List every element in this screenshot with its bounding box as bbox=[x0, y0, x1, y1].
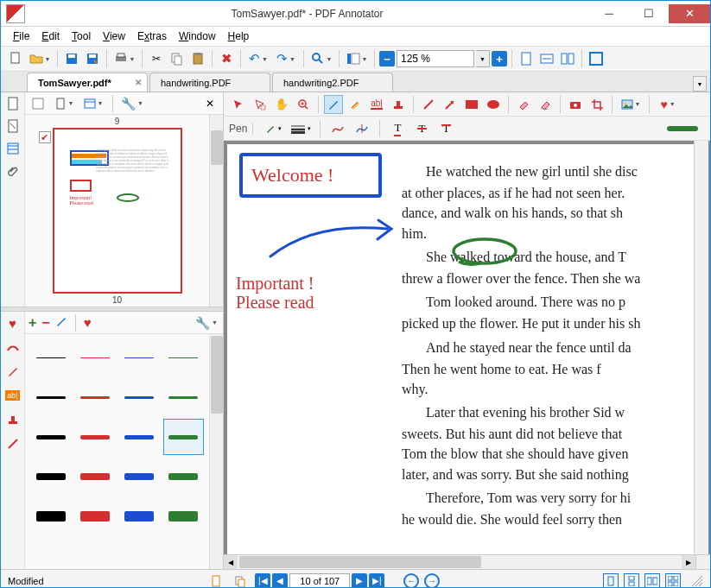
menu-edit[interactable]: Edit bbox=[36, 28, 65, 44]
menu-view[interactable]: View bbox=[98, 28, 130, 44]
nav-back-button[interactable]: ← bbox=[403, 573, 419, 589]
thumbnail-checkbox[interactable]: ✔ bbox=[39, 131, 51, 143]
status-copy-icon[interactable] bbox=[231, 572, 250, 589]
green-circle-annotation[interactable] bbox=[450, 236, 519, 267]
text-tool[interactable]: ab| bbox=[367, 95, 386, 114]
menu-tool[interactable]: Tool bbox=[67, 28, 96, 44]
annot-pages-tab-icon[interactable] bbox=[5, 118, 21, 134]
favorites-button[interactable]: ♥▼ bbox=[655, 95, 681, 114]
favorite-swatch[interactable] bbox=[163, 498, 204, 534]
redo-button[interactable]: ↷▼ bbox=[273, 49, 299, 68]
pen-color-button[interactable]: ▾ bbox=[262, 121, 284, 136]
zoom-in-button[interactable]: + bbox=[492, 51, 507, 66]
favorite-swatch[interactable] bbox=[119, 498, 160, 534]
scroll-right-button[interactable]: ▶ bbox=[682, 555, 695, 569]
resize-grip[interactable] bbox=[691, 575, 703, 587]
menu-file[interactable]: File bbox=[8, 28, 35, 44]
save-button[interactable] bbox=[62, 49, 81, 68]
fit-page-button[interactable] bbox=[517, 49, 536, 68]
layout-twopage-cont-button[interactable] bbox=[665, 573, 681, 589]
page-thumbnail[interactable]: ✔ Important!Please read Lorem ipsum dolo… bbox=[53, 128, 182, 294]
zoom-tool[interactable] bbox=[294, 95, 313, 114]
pointer-tool[interactable] bbox=[229, 95, 248, 114]
new-button[interactable] bbox=[6, 49, 25, 68]
pan-tool[interactable]: ✋ bbox=[272, 95, 291, 114]
fullscreen-button[interactable] bbox=[587, 49, 606, 68]
favorite-heart-icon[interactable]: ♥ bbox=[84, 315, 92, 330]
edit-favorite-button[interactable] bbox=[55, 315, 67, 330]
important-note-annotation[interactable]: Important ! Please read bbox=[236, 274, 314, 312]
layout-twopage-button[interactable] bbox=[644, 573, 660, 589]
print-button[interactable]: ▼ bbox=[111, 49, 137, 68]
eraser-stroke-tool[interactable] bbox=[536, 95, 555, 114]
copy-button[interactable] bbox=[168, 49, 187, 68]
lasso-tool[interactable] bbox=[251, 95, 270, 114]
favorites-settings-button[interactable]: 🔧▼ bbox=[194, 313, 219, 332]
next-page-button[interactable]: ▶ bbox=[352, 573, 367, 589]
zoom-dropdown[interactable]: ▼ bbox=[476, 50, 490, 67]
minimize-button[interactable]: ─ bbox=[589, 4, 629, 23]
menu-help[interactable]: Help bbox=[223, 28, 255, 44]
favorite-swatch[interactable] bbox=[30, 498, 71, 534]
crop-tool[interactable] bbox=[587, 95, 606, 114]
pages-tab-icon[interactable] bbox=[5, 96, 21, 111]
zoom-out-button[interactable]: − bbox=[379, 51, 395, 66]
page-number-field[interactable]: 10 of 107 bbox=[289, 573, 350, 589]
add-favorite-button[interactable]: + bbox=[29, 315, 36, 331]
smooth-curve-button[interactable] bbox=[328, 119, 347, 138]
vertical-scrollbar[interactable] bbox=[694, 141, 708, 554]
pen-tool-tab-icon[interactable] bbox=[5, 339, 21, 355]
favorite-swatch[interactable] bbox=[119, 458, 160, 495]
favorite-swatch[interactable] bbox=[74, 339, 115, 376]
menu-window[interactable]: Window bbox=[174, 28, 221, 44]
favorite-swatch[interactable] bbox=[119, 379, 160, 415]
layout-continuous-button[interactable] bbox=[624, 573, 639, 589]
favorite-swatch[interactable] bbox=[163, 339, 204, 376]
tab-handwriting2[interactable]: handwriting2.PDF bbox=[272, 73, 393, 92]
select-all-button[interactable] bbox=[29, 94, 48, 113]
delete-button[interactable]: ✖ bbox=[217, 49, 236, 68]
underline-button[interactable]: T bbox=[388, 119, 407, 138]
close-icon[interactable]: ✕ bbox=[135, 78, 142, 87]
text-tool-tab-icon[interactable]: ab| bbox=[5, 388, 21, 403]
undo-button[interactable]: ↶▼ bbox=[245, 49, 271, 68]
close-panel-button[interactable]: ✕ bbox=[200, 94, 219, 113]
scroll-left-button[interactable]: ◀ bbox=[224, 555, 238, 569]
welcome-annotation[interactable]: Welcome ! bbox=[239, 153, 382, 198]
strikethrough-button[interactable]: T bbox=[412, 119, 431, 138]
favorite-swatch[interactable] bbox=[74, 498, 115, 534]
first-page-button[interactable]: |◀ bbox=[255, 573, 270, 589]
tab-tomsawyer[interactable]: TomSawyer.pdf*✕ bbox=[27, 73, 148, 92]
favorite-swatch[interactable] bbox=[30, 419, 71, 455]
view-ops-button[interactable]: ▼ bbox=[80, 94, 106, 113]
marker-tool-tab-icon[interactable] bbox=[5, 364, 21, 379]
marker-tool[interactable] bbox=[346, 95, 365, 114]
favorite-swatch[interactable] bbox=[74, 458, 115, 495]
attachments-tab-icon[interactable] bbox=[5, 163, 21, 179]
favorite-swatch[interactable] bbox=[163, 458, 204, 495]
open-button[interactable]: ▼ bbox=[27, 49, 53, 68]
saveas-button[interactable] bbox=[83, 49, 102, 68]
favorites-tab-icon[interactable]: ♥ bbox=[5, 315, 21, 331]
horizontal-scrollbar[interactable]: ◀ ▶ bbox=[224, 554, 695, 569]
snapshot-tool[interactable] bbox=[566, 95, 585, 114]
favorite-swatch[interactable] bbox=[30, 339, 71, 376]
ellipse-tool[interactable] bbox=[484, 95, 503, 114]
page-ops-button[interactable]: ▼ bbox=[51, 94, 77, 113]
pdf-page[interactable]: He watched the new girl until she disc a… bbox=[227, 144, 694, 554]
favorite-swatch[interactable] bbox=[163, 419, 204, 455]
scroll-handle[interactable] bbox=[239, 556, 481, 568]
favorite-swatch[interactable] bbox=[30, 458, 71, 495]
thumbnail-scrollbar[interactable] bbox=[209, 115, 223, 307]
pen-width-button[interactable]: ▾ bbox=[289, 121, 312, 136]
settings-button[interactable]: 🔧▼ bbox=[119, 94, 145, 113]
two-page-button[interactable] bbox=[558, 49, 577, 68]
line-tool[interactable] bbox=[419, 95, 438, 114]
sidebar-toggle-button[interactable]: ▼ bbox=[344, 49, 370, 68]
remove-favorite-button[interactable]: − bbox=[41, 315, 49, 331]
cut-button[interactable]: ✂ bbox=[147, 49, 166, 68]
layout-single-button[interactable] bbox=[603, 573, 619, 589]
close-button[interactable]: ✕ bbox=[669, 4, 710, 23]
insert-image-tool[interactable]: ▼ bbox=[618, 95, 644, 114]
bookmarks-tab-icon[interactable] bbox=[5, 141, 21, 156]
